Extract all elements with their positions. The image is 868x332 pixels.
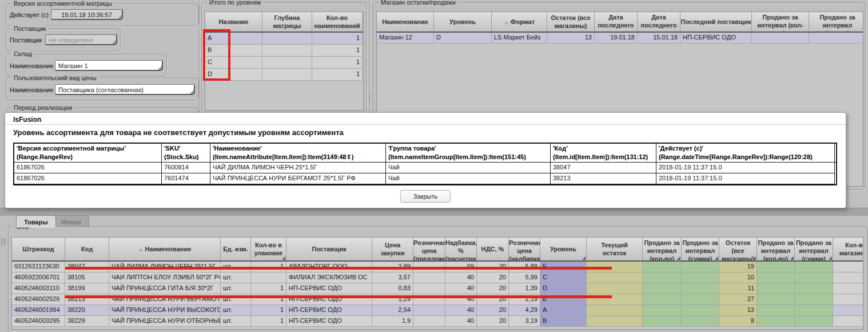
sku-cell-shop-count[interactable] bbox=[833, 272, 863, 283]
sku-cell-unit[interactable]: шт. bbox=[221, 305, 251, 316]
sku-cell-barcode[interactable]: 4605246002526 bbox=[12, 294, 65, 305]
error-cell-item-code[interactable]: 38213 bbox=[551, 173, 656, 184]
error-row[interactable]: 618670267600814ЧАЙ ДИЛМА ЛИМОН ЧЕРН.25*1… bbox=[14, 163, 836, 173]
shop-cell-last-move-date[interactable]: 19.01.18 bbox=[595, 33, 638, 44]
sku-cell-purchase-price[interactable]: 2,54 bbox=[372, 305, 413, 316]
error-header-sku[interactable]: 'SKU'(Stock.Sku) bbox=[162, 144, 210, 162]
sku-cell-markup[interactable]: 40 bbox=[445, 305, 477, 316]
error-header-valid-from[interactable]: 'Действует (с)'(Range.dateTime[Range.Ran… bbox=[656, 144, 835, 162]
sku-header-sold-interval-sum-2[interactable]: Продано заинтервал(сумма) bbox=[795, 238, 833, 260]
sku-cell-shop-count[interactable] bbox=[833, 316, 863, 327]
sku-cell-level[interactable]: D bbox=[540, 283, 587, 294]
sku-cell-sold-interval-qty-1[interactable] bbox=[643, 262, 682, 272]
sku-header-level[interactable]: Уровень bbox=[540, 238, 587, 260]
sku-cell-shop-count[interactable] bbox=[833, 262, 863, 272]
sku-cell-pack-qty[interactable]: 1 bbox=[251, 283, 286, 294]
sku-cell-vat[interactable]: 20 bbox=[477, 305, 509, 316]
error-header-range-rev[interactable]: 'Версия ассортиментной матрицы'(Range.Ra… bbox=[14, 144, 162, 162]
sku-cell-sold-interval-qty-1[interactable] bbox=[643, 272, 682, 283]
sku-cell-pack-qty[interactable]: 1 bbox=[251, 316, 286, 327]
error-cell-sku[interactable]: 7600814 bbox=[162, 163, 210, 173]
sku-header-pack-qty[interactable]: Кол-во вупаковке bbox=[251, 238, 286, 260]
sku-cell-retail-price-offer[interactable] bbox=[413, 283, 445, 294]
levels-cell-item-count[interactable]: 1 bbox=[312, 69, 363, 81]
sku-header-purchase-price[interactable]: Ценазакупки bbox=[372, 238, 413, 260]
shop-header-stock-all[interactable]: Остаток (всемагазины) bbox=[547, 12, 595, 31]
sku-cell-unit[interactable]: шт. bbox=[221, 283, 251, 294]
sku-cell-shop-count[interactable] bbox=[833, 294, 863, 305]
sku-cell-vat[interactable]: 20 bbox=[477, 272, 509, 283]
sku-cell-sold-interval-qty-2[interactable] bbox=[757, 305, 795, 316]
levels-cell-matrix-depth[interactable] bbox=[262, 57, 312, 69]
sku-cell-current-stock[interactable] bbox=[587, 305, 643, 316]
error-cell-range-rev[interactable]: 61867026 bbox=[14, 173, 162, 184]
sku-header-unit[interactable]: Ед. изм. bbox=[221, 238, 251, 260]
sku-row[interactable]: 460524600311038199ЧАЙ ПРИНЦЕССА ГИТА Б/Я… bbox=[12, 283, 863, 294]
sku-cell-sold-interval-qty-1[interactable] bbox=[643, 294, 682, 305]
error-header-item-name[interactable]: 'Наименование'(Item.nameAttribute[Item.I… bbox=[210, 144, 386, 162]
sku-cell-supplier[interactable]: НП-СЕРВИС ОДО bbox=[286, 316, 372, 327]
sku-cell-shop-count[interactable] bbox=[833, 283, 863, 294]
sku-row[interactable]: 460524600329538229ЧАЙ ПРИНЦЕССА НУРИ ОТБ… bbox=[12, 316, 863, 327]
sku-cell-retail-price-markup[interactable]: 4,29 bbox=[509, 305, 540, 316]
sku-cell-sold-interval-sum-2[interactable] bbox=[795, 272, 833, 283]
sku-header-code[interactable]: Код bbox=[65, 238, 109, 260]
shop-header-level[interactable]: Уровень bbox=[434, 12, 492, 31]
sku-cell-name[interactable]: ЧАЙ ПРИНЦЕССА НУРИ ВЫСОКОГОРНЫЙ bbox=[109, 305, 221, 316]
sku-header-sold-interval-qty-1[interactable]: Продано заинтервал(кол-во) bbox=[643, 238, 682, 260]
levels-cell-matrix-depth[interactable] bbox=[262, 69, 312, 81]
sku-cell-sold-interval-sum-1[interactable] bbox=[682, 262, 719, 272]
sku-cell-unit[interactable]: шт. bbox=[221, 316, 251, 327]
sku-header-retail-price-markup[interactable]: Розничнаяцена(надбавка) bbox=[509, 238, 540, 260]
sku-cell-name[interactable]: ЧАИ ЛИПТОН ЕЛОУ ЛЭИБЛ 50*2Г РФ bbox=[109, 272, 221, 283]
shop-cell-format[interactable]: LS Маркет Бейз bbox=[492, 33, 547, 44]
levels-cell-item-count[interactable]: 1 bbox=[312, 33, 363, 45]
sku-cell-sold-interval-sum-2[interactable] bbox=[795, 316, 833, 327]
shop-header-format[interactable]: ▲Формат bbox=[492, 12, 547, 31]
levels-header-matrix-depth[interactable]: Глубинаматрицы bbox=[262, 12, 312, 31]
sku-cell-retail-price-markup[interactable]: 1,39 bbox=[509, 283, 540, 294]
sku-cell-supplier[interactable]: НП-СЕРВИС ОДО bbox=[286, 283, 372, 294]
sku-cell-supplier[interactable]: ФИЛИАЛ ЭКСКЛЮЗИВ ОС bbox=[286, 272, 372, 283]
sku-cell-current-stock[interactable] bbox=[587, 272, 643, 283]
sku-cell-level[interactable]: B bbox=[540, 316, 587, 327]
sku-cell-barcode[interactable]: 9312631123630 bbox=[12, 262, 65, 272]
sku-cell-sold-interval-qty-2[interactable] bbox=[757, 272, 795, 283]
error-cell-range-rev[interactable]: 61867026 bbox=[14, 163, 162, 173]
horizontal-splitter[interactable] bbox=[0, 208, 868, 216]
levels-cell-item-count[interactable]: 1 bbox=[312, 57, 363, 69]
sku-cell-sold-interval-sum-1[interactable] bbox=[682, 305, 719, 316]
stock-name-field[interactable]: Магазин 1 bbox=[55, 60, 163, 71]
sku-cell-pack-qty[interactable] bbox=[251, 272, 286, 283]
sku-cell-level[interactable]: C bbox=[540, 272, 587, 283]
shop-header-last-move-date[interactable]: Датапоследнегодвижения bbox=[595, 12, 638, 31]
sku-cell-sold-interval-qty-2[interactable] bbox=[757, 262, 795, 272]
sku-header-vat[interactable]: НДС, % bbox=[477, 238, 509, 260]
sku-row[interactable]: 460524600199438220ЧАЙ ПРИНЦЕССА НУРИ ВЫС… bbox=[12, 305, 863, 316]
sku-cell-sold-interval-sum-2[interactable] bbox=[795, 305, 833, 316]
shop-header-last-income-date[interactable]: Датапоследнегоприхода bbox=[638, 12, 680, 31]
sku-header-stock-all-shops[interactable]: Остаток(всемагазины) bbox=[719, 238, 757, 260]
sku-cell-vat[interactable]: 20 bbox=[477, 316, 509, 327]
sku-cell-unit[interactable]: шт. bbox=[221, 272, 251, 283]
sku-cell-stock-all-shops[interactable]: 11 bbox=[719, 283, 757, 294]
supplier-field[interactable]: Не определено bbox=[45, 34, 117, 45]
sku-cell-current-stock[interactable] bbox=[587, 316, 643, 327]
sku-cell-purchase-price[interactable]: 0,83 bbox=[372, 283, 413, 294]
sku-cell-purchase-price[interactable]: 3,57 bbox=[372, 272, 413, 283]
sku-cell-sold-interval-qty-1[interactable] bbox=[643, 283, 682, 294]
vertical-splitter-left[interactable] bbox=[199, 0, 200, 112]
levels-cell-item-count[interactable]: 1 bbox=[312, 45, 363, 57]
sku-cell-barcode[interactable]: 4605922006701 bbox=[12, 272, 65, 283]
error-row[interactable]: 618670267601474ЧАЙ ПРИНЦЕССА НУРИ БЕРГАМ… bbox=[14, 173, 836, 184]
sku-cell-stock-all-shops[interactable]: 10 bbox=[719, 272, 757, 283]
sku-cell-sold-interval-qty-1[interactable] bbox=[643, 305, 682, 316]
levels-header-name[interactable]: Название bbox=[205, 12, 262, 31]
shop-cell-shop-name[interactable]: Магазин 12 bbox=[377, 33, 434, 44]
sku-header-sold-interval-qty-2[interactable]: Продано заинтервал(кол-во) bbox=[757, 238, 795, 260]
sku-row[interactable]: 460592200670138105ЧАИ ЛИПТОН ЕЛОУ ЛЭИБЛ … bbox=[12, 272, 863, 283]
shop-cell-sold-interval-qty[interactable] bbox=[752, 33, 809, 44]
error-cell-item-name[interactable]: ЧАЙ ПРИНЦЕССА НУРИ БЕРГАМОТ 25*1.5Г РФ bbox=[210, 173, 386, 184]
error-cell-item-name[interactable]: ЧАЙ ДИЛМА ЛИМОН ЧЕРН.25*1.5Г bbox=[210, 163, 386, 173]
shop-cell-sold-interval-sum[interactable] bbox=[809, 33, 863, 44]
